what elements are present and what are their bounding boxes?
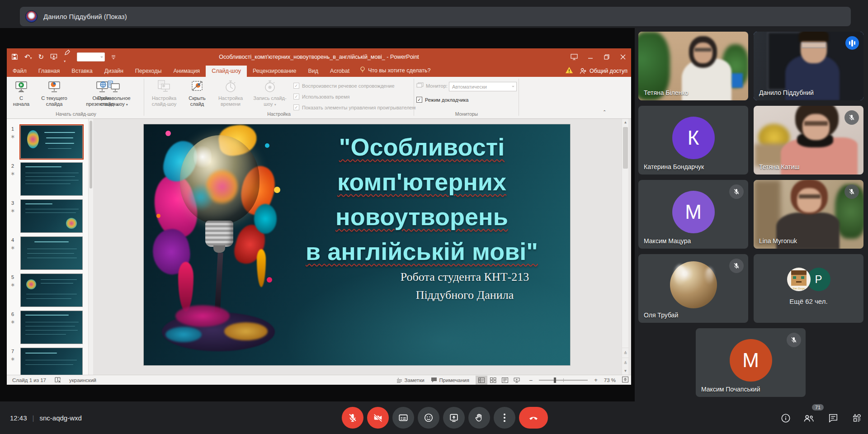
fit-to-window-icon[interactable]: [622, 377, 628, 383]
present-button[interactable]: [443, 407, 465, 429]
participant-name: Данило Піддубний: [759, 89, 814, 96]
collapse-ribbon-button[interactable]: ⌃: [603, 109, 606, 114]
redo-icon[interactable]: ↻: [38, 53, 44, 61]
slide-counter[interactable]: Слайд 1 из 17: [12, 377, 46, 383]
hide-slide-button[interactable]: Скрытьслайд: [184, 79, 210, 107]
end-call-button[interactable]: [519, 407, 548, 429]
more-options-button[interactable]: [494, 407, 515, 429]
thumbnail-scrollbar[interactable]: [89, 119, 93, 375]
tab-review[interactable]: Рецензирование: [247, 66, 302, 77]
camera-toggle-button[interactable]: [367, 407, 389, 429]
slide-title[interactable]: "Особливості комп'ютерних новоутворень в…: [279, 130, 564, 269]
check-play-narrations[interactable]: ✓Воспроизвести речевое сопровождение: [293, 83, 395, 89]
comments-button[interactable]: Примечания: [431, 377, 469, 383]
scroll-up-icon[interactable]: ▲: [622, 119, 629, 126]
tile-bilenko[interactable]: Тетяна Біленко: [638, 32, 748, 100]
rehearse-timings-button[interactable]: Настройкавремени: [212, 79, 249, 107]
show-participants-button[interactable]: [803, 412, 815, 424]
slide-scrollbar[interactable]: ▲ ≙ ≚ ▼: [622, 119, 628, 375]
raise-hand-button[interactable]: [468, 407, 490, 429]
spellcheck-icon[interactable]: [54, 377, 61, 384]
tile-pochapskyi[interactable]: М Максим Почапський: [696, 328, 806, 397]
mic-muted-icon: [844, 184, 859, 199]
tile-trubai[interactable]: Оля Трубай: [638, 254, 748, 323]
presenter-banner[interactable]: Данило Піддубний (Показ): [20, 7, 851, 26]
slide-subtitle[interactable]: Робота студента КНТ-213 Піддубного Данил…: [370, 268, 560, 304]
checkbox-icon: ✓: [416, 97, 422, 103]
tile-myronuk[interactable]: Lina Myronuk: [754, 180, 863, 249]
zoom-out-button[interactable]: −: [529, 377, 533, 384]
custom-slideshow-button[interactable]: Произвольноеслайд-шоу ▾: [85, 79, 142, 108]
qat-input-box[interactable]: [77, 52, 105, 61]
zoom-slider[interactable]: [539, 380, 588, 381]
tile-bondarchuk[interactable]: К Катерина Бондарчук: [638, 106, 748, 175]
overflow-count: Ещё 62 чел.: [754, 297, 863, 305]
qat-more-icon[interactable]: [111, 54, 116, 60]
tile-piddubnyi[interactable]: Данило Піддубний: [754, 32, 863, 100]
share-access-button[interactable]: Общий доступ: [580, 68, 627, 74]
ppt-titlebar: ↶▾ ↻ ▾ Особливості_комп'ютерних_новоутво…: [7, 48, 631, 65]
participant-name: Максим Почапський: [701, 386, 760, 393]
hide-slide-icon: [190, 79, 204, 94]
tab-acrobat[interactable]: Acrobat: [324, 66, 355, 77]
smiley-icon: [424, 413, 434, 423]
slide-sorter-view-button[interactable]: [487, 376, 499, 385]
meeting-details-button[interactable]: [780, 412, 792, 424]
previous-slide-button[interactable]: ≙: [622, 348, 629, 358]
notes-button[interactable]: Заметки: [396, 377, 425, 383]
save-icon[interactable]: [11, 53, 18, 60]
tab-animations[interactable]: Анимация: [167, 66, 206, 77]
captions-button[interactable]: [392, 407, 414, 429]
tab-design[interactable]: Дизайн: [99, 66, 129, 77]
tab-file[interactable]: Файл: [7, 66, 33, 77]
from-current-slide-button[interactable]: С текущегослайда: [35, 79, 74, 107]
captions-icon: [398, 413, 408, 423]
tab-home[interactable]: Главная: [33, 66, 66, 77]
close-button[interactable]: [615, 48, 631, 65]
participant-name: Максим Мацура: [644, 237, 691, 245]
slideshow-pie-icon: [47, 79, 61, 94]
activities-button[interactable]: [851, 412, 863, 424]
custom-show-icon: [107, 79, 121, 94]
next-slide-button[interactable]: ≚: [622, 358, 629, 368]
undo-icon[interactable]: ↶▾: [24, 53, 32, 61]
stopwatch-icon: [224, 79, 237, 94]
draw-icon[interactable]: ▾: [64, 49, 71, 64]
chat-button[interactable]: [827, 412, 839, 424]
check-presenter-view[interactable]: ✓Режим докладчика: [416, 97, 468, 103]
tab-insert[interactable]: Вставка: [66, 66, 98, 77]
monitor-dropdown[interactable]: Автоматически: [449, 82, 517, 91]
normal-view-button[interactable]: [476, 376, 487, 385]
tile-matsura[interactable]: М Максим Мацура: [638, 180, 748, 249]
zoom-in-button[interactable]: +: [594, 377, 598, 383]
check-use-timings[interactable]: ✓Использовать время: [293, 94, 349, 99]
minimize-button[interactable]: [582, 48, 599, 65]
zoom-level[interactable]: 73 %: [604, 377, 616, 383]
restore-button[interactable]: [599, 48, 615, 65]
mic-muted-icon: [844, 110, 859, 125]
tab-slideshow[interactable]: Слайд-шоу: [206, 66, 247, 77]
mic-toggle-button[interactable]: [342, 407, 363, 429]
participant-name: Катерина Бондарчук: [644, 163, 704, 170]
language-indicator[interactable]: украинский: [69, 377, 96, 383]
start-slideshow-icon[interactable]: [50, 53, 57, 60]
checkbox-icon: ✓: [293, 94, 299, 99]
setup-slideshow-button[interactable]: Настройкаслайд-шоу: [146, 79, 182, 107]
tile-overflow[interactable]: Xan Doga P Ещё 62 чел.: [754, 254, 863, 323]
record-slideshow-button[interactable]: Запись слайд-шоу ▾: [251, 79, 289, 108]
tell-me-box[interactable]: Что вы хотите сделать?: [355, 64, 435, 77]
scroll-down-icon[interactable]: ▼: [622, 368, 629, 375]
reading-view-button[interactable]: [499, 376, 511, 385]
tab-transitions[interactable]: Переходы: [129, 66, 168, 77]
reactions-button[interactable]: [418, 407, 439, 429]
presenter-display-icon[interactable]: [566, 48, 582, 65]
checkbox-icon: ✓: [293, 104, 299, 110]
tile-katysh[interactable]: Тетяна Катиш: [754, 106, 863, 175]
warning-icon[interactable]: [565, 66, 573, 75]
tab-view[interactable]: Вид: [302, 66, 324, 77]
slide-canvas[interactable]: "Особливості комп'ютерних новоутворень в…: [144, 124, 570, 365]
from-beginning-button[interactable]: Сначала: [9, 79, 33, 107]
scroll-thumb[interactable]: [623, 127, 628, 169]
slideshow-view-button[interactable]: [511, 376, 523, 385]
check-show-media-controls[interactable]: ✓Показать элементы управления проигрыват…: [293, 104, 415, 110]
